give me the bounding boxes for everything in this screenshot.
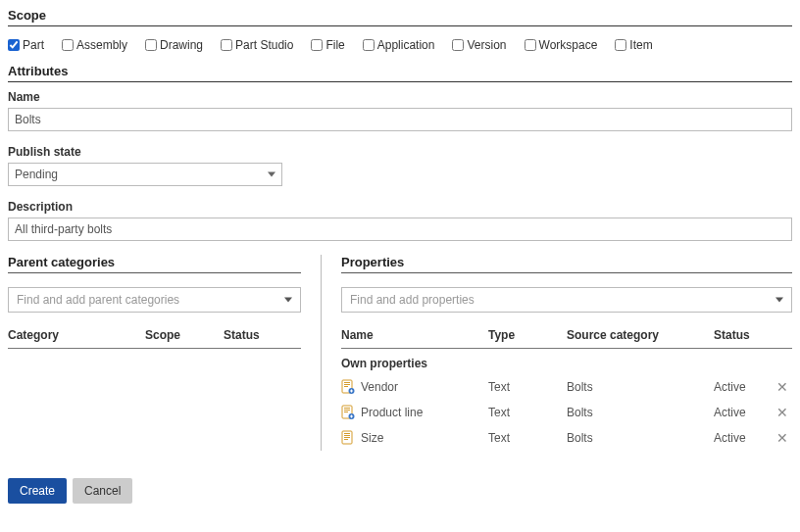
scope-title: Scope [8, 8, 792, 26]
parent-header-status: Status [224, 328, 301, 342]
scope-option-label: Version [467, 38, 506, 52]
scope-checkbox[interactable] [452, 39, 464, 51]
parent-header-category: Category [8, 328, 145, 342]
attributes-title: Attributes [8, 64, 792, 82]
properties-header-status: Status [714, 328, 773, 342]
property-row: SizeTextBoltsActive✕ [341, 425, 792, 451]
scope-option-item[interactable]: Item [615, 38, 652, 52]
scope-option-label: Application [377, 38, 435, 52]
property-status: Active [714, 380, 773, 394]
svg-rect-10 [344, 411, 348, 412]
chevron-down-icon [284, 298, 292, 303]
property-type: Text [488, 406, 567, 419]
properties-combo[interactable]: Find and add properties [341, 287, 792, 313]
parent-categories-placeholder: Find and add parent categories [17, 293, 179, 307]
scope-checkbox[interactable] [145, 39, 157, 51]
scope-option-assembly[interactable]: Assembly [62, 38, 127, 52]
property-name: Size [361, 431, 383, 445]
parent-categories-combo[interactable]: Find and add parent categories [8, 287, 301, 313]
create-button[interactable]: Create [8, 478, 67, 504]
chevron-down-icon [775, 298, 783, 303]
scope-option-application[interactable]: Application [363, 38, 435, 52]
scope-option-label: Item [629, 38, 652, 52]
property-type: Text [488, 431, 567, 445]
publish-state-label: Publish state [8, 145, 792, 159]
scope-checkbox[interactable] [311, 39, 323, 51]
property-row: VendorTextBoltsActive✕ [341, 374, 792, 400]
name-label: Name [8, 90, 792, 104]
scope-option-label: Part Studio [235, 38, 293, 52]
scope-checkbox[interactable] [525, 39, 536, 51]
property-doc-icon [341, 430, 355, 446]
name-input[interactable] [8, 108, 792, 131]
scope-checkbox[interactable] [62, 39, 74, 51]
properties-header-name: Name [341, 328, 488, 342]
properties-header-source: Source category [567, 328, 714, 342]
scope-option-part[interactable]: Part [8, 38, 44, 52]
property-status: Active [714, 431, 773, 445]
properties-title: Properties [341, 255, 792, 273]
property-status: Active [714, 406, 773, 419]
properties-table-header: Name Type Source category Status [341, 328, 792, 349]
svg-rect-2 [344, 384, 350, 385]
parent-table-header: Category Scope Status [8, 328, 301, 349]
scope-options: PartAssemblyDrawingPart StudioFileApplic… [8, 34, 792, 64]
footer-buttons: Create Cancel [8, 478, 792, 504]
svg-rect-8 [344, 408, 350, 409]
scope-option-label: Assembly [76, 38, 127, 52]
svg-rect-16 [344, 435, 350, 436]
svg-rect-9 [344, 410, 350, 411]
scope-option-label: Part [23, 38, 44, 52]
svg-rect-1 [344, 382, 350, 383]
properties-placeholder: Find and add properties [350, 293, 475, 307]
property-doc-icon [341, 379, 355, 395]
column-divider [321, 255, 322, 451]
scope-option-version[interactable]: Version [452, 38, 506, 52]
property-name: Product line [361, 406, 423, 419]
scope-option-label: Drawing [160, 38, 203, 52]
remove-property-icon[interactable]: ✕ [776, 379, 788, 395]
svg-rect-15 [344, 433, 350, 434]
publish-state-value: Pending [15, 168, 58, 181]
description-input[interactable] [8, 218, 792, 241]
property-name: Vendor [361, 380, 398, 394]
svg-rect-13 [351, 415, 352, 418]
remove-property-icon[interactable]: ✕ [776, 405, 788, 420]
scope-option-label: Workspace [539, 38, 598, 52]
property-name-cell: Vendor [341, 379, 488, 395]
scope-checkbox[interactable] [615, 39, 626, 51]
scope-option-workspace[interactable]: Workspace [525, 38, 598, 52]
cancel-button[interactable]: Cancel [73, 478, 132, 504]
property-source: Bolts [567, 406, 714, 419]
svg-rect-3 [344, 386, 348, 387]
scope-checkbox[interactable] [363, 39, 375, 51]
parent-header-scope: Scope [145, 328, 224, 342]
remove-property-icon[interactable]: ✕ [776, 430, 788, 446]
description-label: Description [8, 200, 792, 214]
scope-checkbox[interactable] [8, 39, 20, 51]
property-name-cell: Product line [341, 405, 488, 420]
own-properties-label: Own properties [341, 349, 792, 374]
scope-option-file[interactable]: File [311, 38, 344, 52]
svg-rect-17 [344, 437, 350, 438]
properties-header-type: Type [488, 328, 567, 342]
parent-categories-title: Parent categories [8, 255, 301, 273]
publish-state-select[interactable]: Pending [8, 163, 282, 186]
svg-rect-18 [344, 439, 348, 440]
property-doc-icon [341, 405, 355, 420]
property-name-cell: Size [341, 430, 488, 446]
property-source: Bolts [567, 380, 714, 394]
property-row: Product lineTextBoltsActive✕ [341, 400, 792, 425]
scope-option-drawing[interactable]: Drawing [145, 38, 203, 52]
scope-option-part-studio[interactable]: Part Studio [221, 38, 293, 52]
property-source: Bolts [567, 431, 714, 445]
chevron-down-icon [268, 172, 275, 177]
property-type: Text [488, 380, 567, 394]
scope-option-label: File [325, 38, 344, 52]
svg-rect-6 [351, 390, 352, 393]
scope-checkbox[interactable] [221, 39, 232, 51]
